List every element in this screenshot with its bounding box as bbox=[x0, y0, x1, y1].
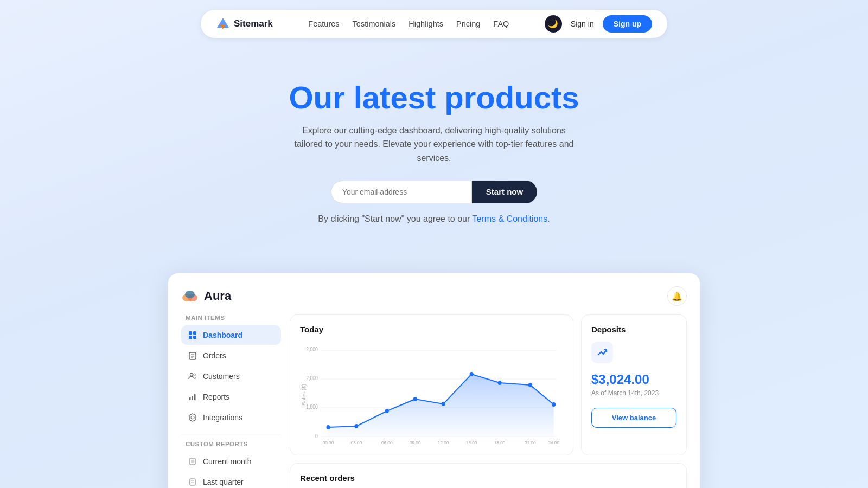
deposits-amount: $3,024.00 bbox=[591, 372, 676, 387]
recent-orders-title: Recent orders bbox=[300, 473, 676, 483]
recent-orders-card: Recent orders Date Name Ship to Payment … bbox=[290, 463, 687, 488]
dashboard-icon bbox=[188, 330, 197, 340]
nav-testimonials[interactable]: Testimonials bbox=[353, 20, 396, 28]
hero-title-blue: products bbox=[444, 80, 579, 115]
aura-logo-icon bbox=[181, 287, 199, 305]
integrations-icon bbox=[188, 413, 197, 422]
customers-icon bbox=[188, 371, 197, 381]
nav-pricing[interactable]: Pricing bbox=[456, 20, 480, 28]
terms-prefix: By clicking "Start now" you agree to our bbox=[318, 214, 472, 223]
dashboard-widget: Aura 🔔 Main items Dashboard bbox=[168, 273, 700, 488]
svg-rect-5 bbox=[189, 331, 192, 335]
sidebar-item-dashboard[interactable]: Dashboard bbox=[181, 325, 281, 345]
dashboard-body: Main items Dashboard bbox=[181, 314, 687, 488]
top-content-row: Today 2,000 2,000 1,000 0 Sales ($) bbox=[290, 314, 687, 455]
theme-toggle-button[interactable]: 🌙 bbox=[545, 15, 562, 33]
sidebar-item-reports[interactable]: Reports bbox=[181, 387, 281, 407]
deposits-card: Deposits $3,024.00 As of March 14th, 202… bbox=[581, 314, 687, 455]
svg-marker-19 bbox=[191, 416, 194, 419]
hero-section: Our latest products Explore our cutting-… bbox=[0, 48, 868, 268]
svg-rect-8 bbox=[193, 336, 196, 339]
svg-text:0: 0 bbox=[315, 434, 318, 440]
sidebar-reports-label: Reports bbox=[203, 393, 229, 401]
signup-button[interactable]: Sign up bbox=[603, 15, 652, 33]
notifications-button[interactable]: 🔔 bbox=[667, 286, 687, 306]
svg-point-39 bbox=[442, 402, 445, 406]
deposits-trend-icon bbox=[591, 342, 613, 363]
nav-highlights[interactable]: Highlights bbox=[409, 20, 443, 28]
svg-rect-23 bbox=[190, 479, 195, 485]
svg-text:12:00: 12:00 bbox=[438, 440, 449, 444]
sidebar-integrations-label: Integrations bbox=[203, 413, 242, 422]
terms-link[interactable]: Terms & Conditions. bbox=[472, 214, 550, 223]
sidebar-item-customers[interactable]: Customers bbox=[181, 367, 281, 386]
svg-text:00:00: 00:00 bbox=[323, 440, 334, 444]
svg-point-41 bbox=[498, 381, 502, 385]
sidebar-divider bbox=[181, 434, 281, 434]
view-balance-button[interactable]: View balance bbox=[591, 408, 676, 428]
navbar: Sitemark Features Testimonials Highlight… bbox=[201, 10, 667, 38]
main-items-label: Main items bbox=[181, 314, 281, 321]
svg-text:09:00: 09:00 bbox=[410, 440, 421, 444]
sidebar-customers-label: Customers bbox=[203, 372, 240, 381]
start-now-button[interactable]: Start now bbox=[472, 181, 537, 203]
svg-text:2,000: 2,000 bbox=[306, 347, 318, 353]
svg-text:03:00: 03:00 bbox=[351, 440, 362, 444]
svg-rect-6 bbox=[193, 331, 196, 335]
navbar-actions: 🌙 Sign in Sign up bbox=[545, 15, 652, 33]
svg-point-36 bbox=[354, 424, 358, 428]
svg-text:1,000: 1,000 bbox=[306, 404, 318, 410]
svg-text:06:00: 06:00 bbox=[381, 440, 393, 444]
sidebar-item-last-quarter[interactable]: Last quarter bbox=[181, 472, 281, 488]
current-month-doc-icon bbox=[188, 457, 197, 466]
email-input[interactable] bbox=[331, 181, 472, 203]
last-quarter-doc-icon bbox=[188, 477, 197, 487]
today-chart-card: Today 2,000 2,000 1,000 0 Sales ($) bbox=[290, 314, 573, 455]
svg-text:24:00: 24:00 bbox=[548, 440, 559, 444]
brand-logo: Sitemark bbox=[216, 17, 273, 31]
nav-faq[interactable]: FAQ bbox=[493, 20, 509, 28]
chart-title: Today bbox=[300, 325, 563, 334]
svg-point-35 bbox=[327, 425, 330, 429]
terms-text: By clicking "Start now" you agree to our… bbox=[293, 212, 575, 226]
svg-rect-7 bbox=[189, 336, 192, 339]
svg-text:Sales ($): Sales ($) bbox=[302, 384, 307, 406]
nav-features[interactable]: Features bbox=[308, 20, 339, 28]
dashboard-header: Aura 🔔 bbox=[181, 286, 687, 306]
dashboard-brand-name: Aura bbox=[204, 289, 231, 303]
sidebar-item-current-month[interactable]: Current month bbox=[181, 452, 281, 471]
svg-point-40 bbox=[470, 372, 474, 376]
email-signup-form: Start now bbox=[11, 181, 857, 203]
nav-links: Features Testimonials Highlights Pricing… bbox=[308, 20, 509, 28]
sidebar-dashboard-label: Dashboard bbox=[203, 331, 242, 339]
hero-title-black: Our latest bbox=[289, 80, 445, 115]
svg-point-14 bbox=[194, 374, 196, 376]
signin-button[interactable]: Sign in bbox=[571, 20, 594, 28]
sales-chart: 2,000 2,000 1,000 0 Sales ($) bbox=[300, 341, 563, 444]
svg-point-4 bbox=[185, 291, 195, 298]
deposits-date: As of March 14th, 2023 bbox=[591, 389, 676, 397]
svg-text:2,000: 2,000 bbox=[306, 376, 318, 382]
svg-point-37 bbox=[385, 409, 389, 413]
sidebar-item-integrations[interactable]: Integrations bbox=[181, 408, 281, 427]
hero-description: Explore our cutting-edge dashboard, deli… bbox=[293, 124, 575, 165]
deposits-title: Deposits bbox=[591, 325, 676, 334]
svg-marker-18 bbox=[189, 414, 196, 421]
sitemark-logo-icon bbox=[216, 17, 230, 31]
custom-reports-label: Custom reports bbox=[181, 441, 281, 447]
sidebar-last-quarter-label: Last quarter bbox=[203, 478, 244, 486]
svg-point-13 bbox=[190, 374, 193, 376]
sidebar: Main items Dashboard bbox=[181, 314, 290, 488]
main-content-area: Today 2,000 2,000 1,000 0 Sales ($) bbox=[290, 314, 687, 488]
sidebar-orders-label: Orders bbox=[203, 351, 226, 360]
svg-text:18:00: 18:00 bbox=[494, 440, 506, 444]
svg-rect-20 bbox=[190, 458, 195, 465]
reports-icon bbox=[188, 392, 197, 402]
svg-rect-15 bbox=[189, 397, 191, 400]
brand-name: Sitemark bbox=[234, 18, 273, 29]
svg-text:15:00: 15:00 bbox=[466, 440, 477, 444]
svg-rect-16 bbox=[192, 396, 194, 400]
orders-icon bbox=[188, 351, 197, 361]
sidebar-item-orders[interactable]: Orders bbox=[181, 346, 281, 365]
dashboard-logo: Aura bbox=[181, 287, 231, 305]
